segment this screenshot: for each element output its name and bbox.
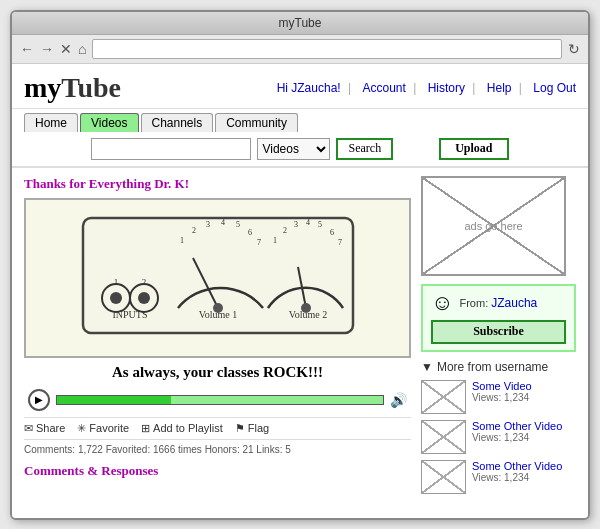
svg-text:2: 2 [192, 226, 196, 235]
svg-text:2: 2 [283, 226, 287, 235]
flag-button[interactable]: ⚑ Flag [235, 422, 269, 435]
browser-window: myTube ← → ✕ ⌂ ↻ myTube Hi JZaucha! | Ac… [10, 10, 590, 520]
close-button[interactable]: ✕ [60, 41, 72, 57]
svg-text:3: 3 [294, 220, 298, 229]
home-button[interactable]: ⌂ [78, 41, 86, 57]
svg-text:INPUTS: INPUTS [112, 309, 147, 320]
subscribe-from: ☺ From: JZaucha [431, 292, 566, 314]
greeting-link[interactable]: Hi JZaucha! [277, 81, 341, 95]
main-area: Thanks for Everything Dr. K! INPUTS [12, 168, 588, 508]
mini-video-title[interactable]: Some Other Video [472, 460, 562, 472]
site-header: myTube Hi JZaucha! | Account | History |… [12, 64, 588, 109]
favorite-icon: ✳ [77, 422, 86, 435]
list-item: Some Video Views: 1,234 [421, 380, 576, 414]
mini-video-title[interactable]: Some Video [472, 380, 532, 392]
mini-video-title[interactable]: Some Other Video [472, 420, 562, 432]
play-icon: ▶ [35, 394, 43, 405]
upload-button[interactable]: Upload [439, 138, 508, 160]
action-bar: ✉ Share ✳ Favorite ⊞ Add to Playlist ⚑ F… [24, 417, 411, 440]
svg-text:1: 1 [113, 277, 118, 287]
progress-bar[interactable] [56, 395, 384, 405]
video-thumbnail: INPUTS 1 2 Volume 1 [24, 198, 411, 358]
right-column-wrapper: ads go here ☺ From: JZaucha Subscribe [421, 176, 576, 500]
video-caption: As always, your classes ROCK!!! [24, 364, 411, 381]
list-item: Some Other Video Views: 1,234 [421, 420, 576, 454]
progress-fill [57, 396, 171, 404]
favorite-button[interactable]: ✳ Favorite [77, 422, 129, 435]
subscribe-button[interactable]: Subscribe [431, 320, 566, 344]
svg-text:5: 5 [236, 220, 240, 229]
volume-icon: 🔊 [390, 392, 407, 408]
right-column: ads go here ☺ From: JZaucha Subscribe [421, 176, 576, 494]
mini-thumbnail [421, 380, 466, 414]
list-item: Some Other Video Views: 1,234 [421, 460, 576, 494]
mini-views: Views: 1,234 [472, 472, 529, 483]
tab-videos[interactable]: Videos [80, 113, 138, 132]
triangle-icon: ▼ [421, 360, 433, 374]
subscribe-box: ☺ From: JZaucha Subscribe [421, 284, 576, 352]
forward-button[interactable]: → [40, 41, 54, 57]
ad-label: ads go here [464, 220, 522, 232]
address-bar[interactable] [92, 39, 562, 59]
add-playlist-button[interactable]: ⊞ Add to Playlist [141, 422, 223, 435]
from-user-link[interactable]: JZaucha [491, 296, 537, 310]
account-link[interactable]: Account [362, 81, 405, 95]
gauge-svg: INPUTS 1 2 Volume 1 [78, 213, 358, 343]
mini-views: Views: 1,234 [472, 432, 529, 443]
mini-thumbnail [421, 420, 466, 454]
logo-my: my [24, 72, 61, 103]
tab-channels[interactable]: Channels [141, 113, 214, 132]
svg-text:7: 7 [257, 238, 261, 247]
more-from-heading: ▼ More from username [421, 360, 576, 374]
search-bar: Videos Channels Users Search Upload [12, 132, 588, 168]
playlist-icon: ⊞ [141, 422, 150, 435]
svg-text:6: 6 [248, 228, 252, 237]
svg-text:2: 2 [141, 277, 146, 287]
svg-point-6 [138, 292, 150, 304]
page-content: myTube Hi JZaucha! | Account | History |… [12, 64, 588, 518]
mini-info: Some Other Video Views: 1,234 [472, 460, 562, 483]
svg-text:5: 5 [318, 220, 322, 229]
search-input[interactable] [91, 138, 251, 160]
ad-box: ads go here [421, 176, 566, 276]
flag-icon: ⚑ [235, 422, 245, 435]
share-icon: ✉ [24, 422, 33, 435]
browser-titlebar: myTube [12, 12, 588, 35]
search-filter-select[interactable]: Videos Channels Users [257, 138, 330, 160]
refresh-button[interactable]: ↻ [568, 41, 580, 57]
back-button[interactable]: ← [20, 41, 34, 57]
comments-heading: Comments & Responses [24, 463, 411, 479]
svg-point-3 [110, 292, 122, 304]
tabs-bar: Home Videos Channels Community [12, 109, 588, 132]
mini-info: Some Video Views: 1,234 [472, 380, 532, 403]
left-column: Thanks for Everything Dr. K! INPUTS [24, 176, 411, 500]
svg-point-17 [213, 303, 223, 313]
svg-text:1: 1 [180, 236, 184, 245]
play-button[interactable]: ▶ [28, 389, 50, 411]
help-link[interactable]: Help [487, 81, 512, 95]
browser-title: myTube [279, 16, 322, 30]
browser-toolbar: ← → ✕ ⌂ ↻ [12, 35, 588, 64]
tab-community[interactable]: Community [215, 113, 298, 132]
logo: myTube [24, 72, 121, 104]
stats-bar: Comments: 1,722 Favorited: 1666 times Ho… [24, 440, 411, 459]
share-button[interactable]: ✉ Share [24, 422, 65, 435]
mini-info: Some Other Video Views: 1,234 [472, 420, 562, 443]
logo-tube: Tube [61, 72, 121, 103]
smiley-icon: ☺ [431, 292, 453, 314]
mini-views: Views: 1,234 [472, 392, 529, 403]
tab-home[interactable]: Home [24, 113, 78, 132]
logout-link[interactable]: Log Out [533, 81, 576, 95]
svg-text:4: 4 [306, 218, 310, 227]
svg-text:4: 4 [221, 218, 225, 227]
svg-text:3: 3 [206, 220, 210, 229]
svg-text:1: 1 [273, 236, 277, 245]
header-nav: Hi JZaucha! | Account | History | Help |… [269, 81, 576, 95]
history-link[interactable]: History [428, 81, 465, 95]
search-button[interactable]: Search [336, 138, 393, 160]
svg-text:6: 6 [330, 228, 334, 237]
svg-text:7: 7 [338, 238, 342, 247]
video-title: Thanks for Everything Dr. K! [24, 176, 411, 192]
mini-thumbnail [421, 460, 466, 494]
video-controls: ▶ 🔊 [24, 389, 411, 411]
